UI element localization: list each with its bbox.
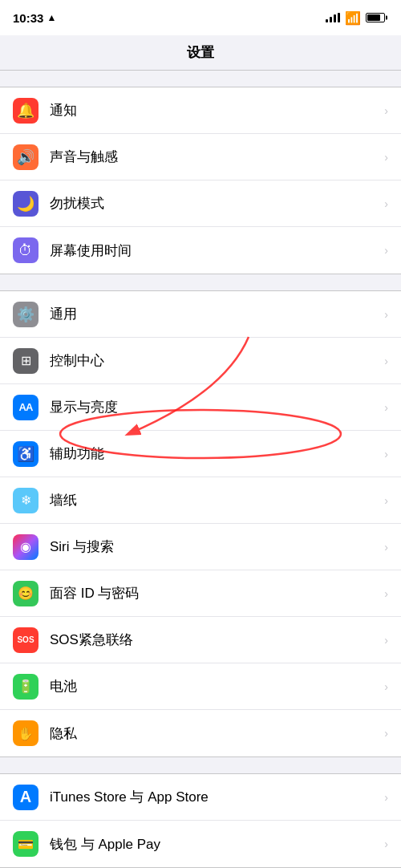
itunes-icon: A [13,785,38,810]
battery-icon [366,13,385,22]
itunes-chevron: › [384,791,388,804]
row-accessibility[interactable]: ♿ 辅助功能 › [0,431,401,477]
privacy-chevron: › [384,727,388,740]
screen-time-icon: ⏱ [13,237,38,263]
row-dnd[interactable]: 🌙 勿扰模式 › [0,180,401,227]
row-sos[interactable]: SOS SOS紧急联络 › [0,617,401,663]
section-general: ⚙️ 通用 › ⊞ 控制中心 › AA 显示与亮度 › ♿ 辅助功能 › ❄ 墙… [0,290,401,757]
nav-bar: 设置 [0,35,401,71]
status-bar: 10:33 ▲ 📶 [0,0,401,35]
itunes-label: iTunes Store 与 App Store [50,788,378,806]
faceid-icon: 😊 [13,581,38,606]
wifi-icon: 📶 [345,10,361,26]
sos-label: SOS紧急联络 [50,631,378,649]
status-time: 10:33 [13,11,43,25]
battery-label: 电池 [50,677,378,696]
row-control-center[interactable]: ⊞ 控制中心 › [0,338,401,384]
privacy-label: 隐私 [50,724,378,743]
siri-icon: ◉ [13,534,38,560]
dnd-chevron: › [384,197,388,210]
signal-bar-3 [334,14,336,22]
sos-icon: SOS [13,627,38,653]
wallpaper-chevron: › [384,494,388,507]
sounds-icon: 🔊 [13,144,38,170]
settings-content: 🔔 通知 › 🔊 声音与触感 › 🌙 勿扰模式 › ⏱ 屏幕使用时间 › ⚙️ … [0,71,401,868]
row-wallet[interactable]: 💳 钱包 与 Apple Pay › [0,821,401,867]
control-center-icon: ⊞ [13,348,38,374]
row-sounds[interactable]: 🔊 声音与触感 › [0,134,401,180]
siri-chevron: › [384,541,388,554]
sos-chevron: › [384,634,388,647]
display-chevron: › [384,401,388,414]
display-label: 显示与亮度 [50,398,378,416]
sounds-chevron: › [384,151,388,164]
screen-time-label: 屏幕使用时间 [50,241,378,260]
notifications-icon: 🔔 [13,98,38,124]
signal-bar-4 [338,13,340,22]
row-battery[interactable]: 🔋 电池 › [0,663,401,710]
accessibility-chevron: › [384,448,388,460]
general-label: 通用 [50,305,378,323]
sounds-label: 声音与触感 [50,148,378,166]
wallet-chevron: › [384,838,388,850]
row-notifications[interactable]: 🔔 通知 › [0,87,401,134]
row-siri[interactable]: ◉ Siri 与搜索 › [0,524,401,570]
wallet-label: 钱包 与 Apple Pay [50,835,378,854]
battery-row-icon: 🔋 [13,674,38,700]
wallet-icon: 💳 [13,831,38,857]
notifications-label: 通知 [50,101,378,120]
control-center-chevron: › [384,355,388,367]
wallpaper-label: 墙纸 [50,491,378,509]
display-icon: AA [13,395,38,420]
dnd-label: 勿扰模式 [50,194,378,213]
general-chevron: › [384,308,388,321]
general-icon: ⚙️ [13,302,38,327]
faceid-label: 面容 ID 与密码 [50,584,378,602]
row-general[interactable]: ⚙️ 通用 › [0,291,401,338]
row-wallpaper[interactable]: ❄ 墙纸 › [0,477,401,524]
wallpaper-icon: ❄ [13,488,38,513]
page-title: 设置 [187,43,214,62]
notifications-chevron: › [384,104,388,117]
row-privacy[interactable]: ✋ 隐私 › [0,710,401,756]
signal-bars [326,13,340,22]
accessibility-icon: ♿ [13,441,38,467]
signal-bar-2 [330,17,332,22]
battery-fill [367,14,380,21]
accessibility-label: 辅助功能 [50,444,378,463]
privacy-icon: ✋ [13,720,38,746]
row-screen-time[interactable]: ⏱ 屏幕使用时间 › [0,227,401,274]
screen-time-chevron: › [384,244,388,257]
siri-label: Siri 与搜索 [50,537,378,556]
row-display[interactable]: AA 显示与亮度 › [0,384,401,431]
section-notifications: 🔔 通知 › 🔊 声音与触感 › 🌙 勿扰模式 › ⏱ 屏幕使用时间 › [0,87,401,274]
row-itunes[interactable]: A iTunes Store 与 App Store › [0,774,401,821]
dnd-icon: 🌙 [13,191,38,217]
battery-chevron: › [384,680,388,693]
section-store: A iTunes Store 与 App Store › 💳 钱包 与 Appl… [0,773,401,868]
location-icon: ▲ [47,12,56,23]
signal-bar-1 [326,19,328,22]
row-faceid[interactable]: 😊 面容 ID 与密码 › [0,570,401,617]
control-center-label: 控制中心 [50,351,378,370]
faceid-chevron: › [384,587,388,600]
status-icons: 📶 [326,10,385,26]
